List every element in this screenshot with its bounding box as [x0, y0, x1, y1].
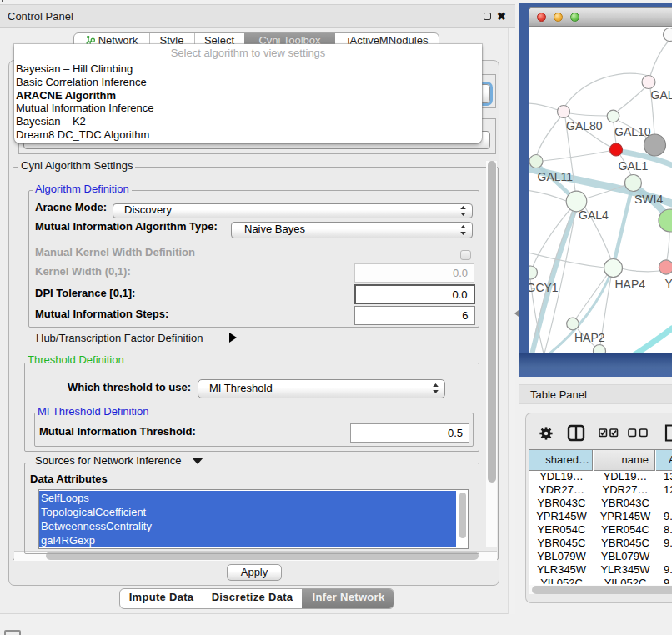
svg-text:GAL4: GAL4 [579, 208, 609, 222]
svg-text:HAP4: HAP4 [615, 278, 646, 291]
svg-text:GAL80: GAL80 [566, 119, 603, 132]
svg-text:SWI4: SWI4 [634, 192, 663, 206]
svg-text:GAL10: GAL10 [614, 125, 651, 138]
svg-text:Y: Y [665, 277, 672, 290]
svg-text:GAL2: GAL2 [651, 88, 672, 102]
svg-text:GCY1: GCY1 [529, 281, 559, 294]
svg-text:HAP2: HAP2 [574, 331, 605, 344]
svg-text:GAL1: GAL1 [619, 159, 649, 172]
svg-text:GAL11: GAL11 [538, 170, 574, 183]
